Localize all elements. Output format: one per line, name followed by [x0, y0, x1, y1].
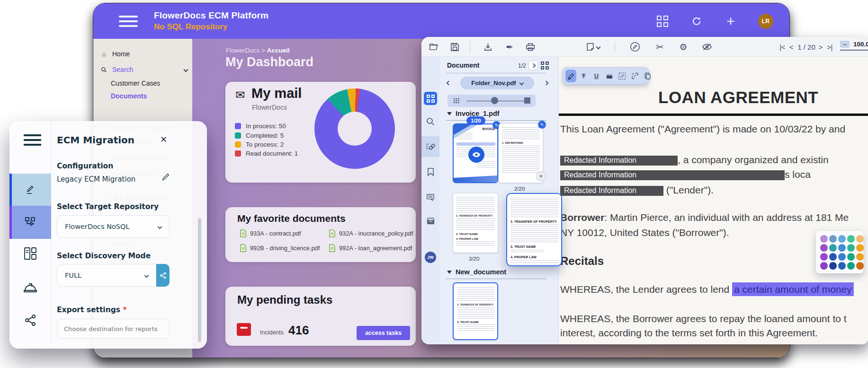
add-icon[interactable]: +	[724, 15, 737, 28]
preview-eye-icon[interactable]	[468, 147, 484, 163]
favorite-document-link[interactable]: 932A - inucrance_policy.pdf	[329, 229, 413, 237]
palette-dot[interactable]	[856, 262, 864, 270]
palette-dot[interactable]	[838, 262, 846, 270]
edit-pencil-icon[interactable]	[161, 172, 170, 182]
download-icon[interactable]	[482, 41, 493, 53]
palette-dot[interactable]	[838, 244, 846, 252]
palette-dot[interactable]	[829, 235, 837, 243]
export-destination-input[interactable]	[57, 319, 170, 339]
rail-workflow-tool[interactable]	[9, 206, 51, 239]
thumbnail-page-1[interactable]: INVOICE ✎	[453, 123, 498, 183]
favorite-document-link[interactable]: 992A - loan_agreement.pdf	[329, 244, 412, 252]
mail-donut-chart[interactable]	[314, 88, 395, 169]
archive-box-icon[interactable]	[421, 215, 439, 227]
bookmark-icon[interactable]	[421, 166, 439, 178]
palette-dot[interactable]	[856, 235, 864, 243]
save-icon[interactable]	[449, 41, 460, 53]
close-icon[interactable]: ✕	[160, 134, 167, 144]
strikethrough-tool-icon[interactable]: T	[578, 70, 589, 82]
palette-dot[interactable]	[847, 253, 855, 261]
search-document-icon[interactable]	[421, 114, 439, 129]
palette-dot[interactable]	[829, 262, 837, 270]
palette-dot[interactable]	[838, 235, 846, 243]
redaction-bar[interactable]: Redacted Information	[560, 186, 663, 196]
slider-end-stop[interactable]	[524, 97, 530, 104]
slider-thumb[interactable]	[491, 97, 498, 104]
rail-panels-icon[interactable]	[9, 246, 51, 261]
folder-selector[interactable]: Folder_Nov.pdf	[460, 77, 534, 89]
copy-clipboard-tool-icon[interactable]	[642, 70, 653, 82]
sidebar-item-home[interactable]: ⌂ Home	[100, 50, 199, 58]
refresh-icon[interactable]	[690, 15, 703, 28]
favorite-documents-card: My favorite documents 933A - contract.pd…	[225, 207, 416, 262]
next-page-button[interactable]: >	[817, 41, 824, 53]
palette-dot[interactable]	[820, 235, 828, 243]
redaction-links-icon[interactable]	[421, 136, 439, 157]
thumbnail-page-2[interactable]: 1. DEFINITIONS ✎ ✕	[499, 123, 543, 183]
favorite-document-link[interactable]: 992B - driving_licence.pdf	[240, 244, 320, 252]
access-tasks-button[interactable]: access tasks	[357, 326, 410, 340]
thumbnails-view-icon[interactable]	[424, 92, 437, 105]
dragged-page-thumbnail[interactable]: 2. TRANSFER OF PROPERTY 3. TRUST NAME 4.…	[506, 193, 562, 266]
print-icon[interactable]	[525, 41, 536, 53]
palette-dot[interactable]	[856, 244, 864, 252]
rail-hard-hat-icon[interactable]	[9, 282, 51, 294]
cut-scissors-icon[interactable]: ✂	[653, 41, 666, 53]
folder-prev-icon[interactable]	[447, 81, 451, 86]
panel-next-button[interactable]	[528, 61, 538, 70]
redact-pencil-icon[interactable]	[629, 41, 641, 53]
comment-icon[interactable]	[421, 191, 439, 203]
settings-badge-icon[interactable]: ⚙	[677, 41, 689, 53]
breadcrumb-root[interactable]: FlowerDocs	[226, 47, 260, 54]
menu-hamburger-icon[interactable]	[119, 16, 138, 27]
unlink-tool-icon[interactable]	[629, 70, 640, 82]
underline-tool-icon[interactable]: U	[591, 70, 602, 82]
redaction-bar[interactable]: Redacted Information	[560, 156, 678, 166]
palette-dot[interactable]	[820, 253, 828, 261]
palette-dot[interactable]	[820, 244, 828, 252]
rail-edit-tool[interactable]	[9, 174, 51, 206]
user-avatar[interactable]: LR	[758, 14, 773, 29]
last-page-button[interactable]: >|	[825, 41, 834, 53]
sidebar-item-label: Search	[112, 66, 133, 73]
highlighted-text[interactable]: a certain amount of money	[732, 282, 854, 296]
thumbnail-new-document[interactable]: 2. TRANSFER OF PROPERTY 3. TRUST NAME	[453, 282, 498, 340]
hide-eye-off-icon[interactable]	[701, 41, 713, 53]
target-repository-select[interactable]: FlowerDocs NoSQL	[57, 215, 170, 238]
palette-dot[interactable]	[856, 253, 864, 261]
zoom-level[interactable]: 100.00 %	[853, 41, 868, 48]
panel-grid-view-icon[interactable]	[541, 61, 549, 70]
new-note-icon[interactable]	[584, 41, 601, 53]
redaction-bar[interactable]: Redacted Information	[560, 170, 785, 180]
palette-dot[interactable]	[847, 235, 855, 243]
highlight-tool-icon[interactable]	[565, 70, 576, 82]
folder-next-icon[interactable]	[544, 81, 549, 86]
favorite-document-link[interactable]: 933A - contract.pdf	[240, 229, 301, 237]
palette-dot[interactable]	[820, 262, 828, 270]
chevron-down-icon[interactable]	[184, 67, 188, 72]
zoom-out-button[interactable]: –	[840, 41, 850, 48]
panel-scrollbar[interactable]	[198, 218, 201, 342]
area-edit-tool-icon[interactable]	[617, 70, 627, 82]
open-folder-icon[interactable]	[428, 41, 439, 53]
section-new-document[interactable]: New_document	[447, 268, 506, 276]
previous-page-button[interactable]: <	[788, 41, 795, 53]
signature-feather-icon[interactable]: ✒	[504, 41, 515, 53]
palette-dot[interactable]	[838, 253, 846, 261]
palette-dot[interactable]	[829, 244, 837, 252]
rail-share-icon[interactable]	[9, 314, 51, 326]
palette-dot[interactable]	[829, 253, 837, 261]
panel-hamburger-icon[interactable]	[24, 134, 41, 146]
sidebar-item-search[interactable]: Search	[100, 66, 199, 73]
apps-grid-icon[interactable]	[656, 15, 669, 28]
palette-dot[interactable]	[847, 244, 855, 252]
redact-block-tool-icon[interactable]	[604, 70, 615, 82]
discovery-share-button[interactable]	[156, 264, 170, 287]
edit-page-icon[interactable]: ✎	[538, 121, 546, 129]
thumbnail-page-3[interactable]: 2. TRANSFER OF PROPERTY 3. TRUST NAME 4.…	[453, 193, 498, 253]
palette-dot[interactable]	[847, 262, 855, 270]
collaborator-avatar[interactable]: JW	[421, 251, 439, 264]
discovery-mode-select[interactable]: FULL	[57, 264, 156, 287]
first-page-button[interactable]: |<	[778, 41, 787, 53]
close-page-icon[interactable]: ✕	[537, 172, 546, 181]
